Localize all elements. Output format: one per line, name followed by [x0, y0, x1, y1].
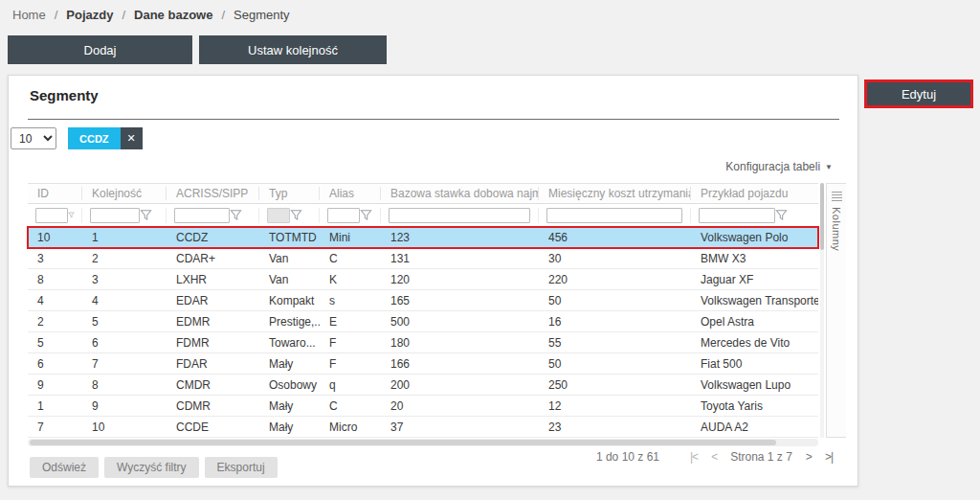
- refresh-button[interactable]: Odśwież: [30, 457, 99, 478]
- page-size-select[interactable]: 10: [11, 127, 56, 149]
- table-config-link[interactable]: Konfiguracja tabeli ▼: [725, 160, 833, 173]
- next-page-icon[interactable]: >: [806, 450, 812, 464]
- table-body: 101CCDZTOTMTDMini123456Volkswagen Polo32…: [28, 227, 818, 438]
- table-cell: s: [320, 294, 381, 307]
- filter-funnel-icon[interactable]: [230, 209, 242, 221]
- filter-input[interactable]: [174, 208, 230, 223]
- table-cell: CDAR+: [167, 252, 259, 265]
- table-cell: F: [320, 336, 381, 350]
- table-cell: Opel Astra: [691, 315, 818, 329]
- add-button[interactable]: Dodaj: [8, 35, 192, 64]
- table-cell: 3: [28, 252, 82, 265]
- column-header[interactable]: ID: [28, 187, 82, 200]
- breadcrumb: Home / Pojazdy / Dane bazowe / Segmenty: [12, 8, 290, 22]
- table-cell: 200: [381, 378, 539, 392]
- filter-input[interactable]: [327, 208, 360, 223]
- columns-tab-label: Kolumny: [831, 207, 842, 251]
- table-cell: Van: [259, 252, 320, 265]
- table-cell: CMDR: [167, 378, 259, 392]
- vertical-scrollbar[interactable]: [820, 183, 824, 438]
- pagination: 1 do 10 z 61 |< < Strona 1 z 7 > >|: [596, 450, 833, 464]
- previous-page-icon[interactable]: <: [711, 450, 717, 464]
- horizontal-scrollbar[interactable]: [28, 439, 818, 446]
- table-cell: 1: [28, 399, 82, 413]
- columns-side-tab[interactable]: Kolumny: [826, 183, 846, 438]
- filter-input[interactable]: [267, 208, 290, 223]
- table-cell: FDMR: [167, 336, 259, 350]
- table-cell: Van: [259, 273, 320, 286]
- table-cell: q: [320, 378, 381, 392]
- table-row[interactable]: 98CMDROsobowyq200250Volkswagen Lupo: [28, 375, 818, 396]
- filter-input[interactable]: [389, 208, 530, 223]
- column-header[interactable]: ACRISS/SIPP: [167, 187, 259, 200]
- table-row[interactable]: 83LXHRVanK120220Jaguar XF: [28, 269, 818, 290]
- filter-cell: [167, 208, 259, 223]
- edit-button[interactable]: Edytuj: [864, 80, 973, 108]
- filter-funnel-icon[interactable]: [68, 209, 75, 221]
- table-cell: Volkswagen Lupo: [691, 378, 818, 392]
- first-page-icon[interactable]: |<: [690, 450, 698, 464]
- filter-funnel-icon[interactable]: [530, 209, 531, 221]
- vertical-scrollbar-thumb[interactable]: [820, 183, 824, 250]
- table-cell: 250: [539, 378, 691, 392]
- table-cell: 23: [539, 420, 691, 434]
- table-cell: F: [320, 357, 381, 371]
- pagination-range-text: 1 do 10 z 61: [596, 450, 659, 464]
- column-header[interactable]: Miesięczny koszt utrzymania: [539, 187, 691, 200]
- remove-filter-icon[interactable]: ✕: [121, 127, 143, 149]
- filter-cell: [691, 208, 818, 223]
- column-header[interactable]: Przykład pojazdu: [691, 187, 818, 200]
- pagination-page-text: Strona 1 z 7: [730, 450, 792, 464]
- filter-funnel-icon[interactable]: [775, 209, 788, 221]
- table-cell: 166: [381, 357, 539, 371]
- table-row[interactable]: 67FDARMałyF16650Fiat 500: [28, 353, 818, 375]
- filter-funnel-icon[interactable]: [360, 209, 372, 221]
- table-config-label: Konfiguracja tabeli: [725, 160, 820, 173]
- filter-input[interactable]: [35, 208, 68, 223]
- clear-filters-button[interactable]: Wyczyść filtry: [104, 457, 199, 478]
- table-row-selected[interactable]: 101CCDZTOTMTDMini123456Volkswagen Polo: [28, 227, 818, 248]
- table-cell: 4: [28, 294, 82, 307]
- column-header[interactable]: Alias: [320, 187, 381, 200]
- filter-input[interactable]: [546, 208, 682, 223]
- column-header[interactable]: Typ: [259, 187, 320, 200]
- filter-funnel-icon[interactable]: [290, 209, 302, 221]
- table-cell: CCDZ: [167, 231, 259, 244]
- table-row[interactable]: 19CDMRMałyC2012Toyota Yaris: [28, 396, 818, 417]
- filter-input[interactable]: [699, 208, 775, 223]
- column-header[interactable]: Kolejność: [82, 187, 167, 200]
- table-cell: AUDA A2: [691, 420, 818, 434]
- table-cell: TOTMTD: [259, 231, 320, 244]
- table-cell: 4: [82, 294, 167, 307]
- table-cell: 5: [28, 336, 82, 350]
- filter-funnel-icon[interactable]: [140, 209, 152, 221]
- export-button[interactable]: Eksportuj: [205, 457, 278, 478]
- breadcrumb-dane-bazowe[interactable]: Dane bazowe: [134, 8, 212, 22]
- active-filter-chip: CCDZ ✕: [68, 127, 143, 149]
- table-cell: 8: [82, 378, 167, 392]
- set-order-button[interactable]: Ustaw kolejność: [199, 35, 387, 64]
- table-row[interactable]: 710CCDEMałyMicro3723AUDA A2: [28, 417, 818, 438]
- breadcrumb-home[interactable]: Home: [12, 8, 46, 22]
- table-cell: Toyota Yaris: [691, 399, 818, 413]
- table-cell: 20: [381, 399, 539, 413]
- filter-input[interactable]: [90, 208, 140, 223]
- table-row[interactable]: 56FDMRTowaro...F18055Mercedes de Vito: [28, 332, 818, 353]
- breadcrumb-pojazdy[interactable]: Pojazdy: [66, 8, 113, 22]
- horizontal-scrollbar-thumb[interactable]: [30, 440, 776, 445]
- table-row[interactable]: 25EDMRPrestige,...E50016Opel Astra: [28, 311, 818, 332]
- table-row[interactable]: 32CDAR+VanC13130BMW X3: [28, 248, 818, 269]
- table-cell: FDAR: [167, 357, 259, 371]
- column-header[interactable]: Bazowa stawka dobowa najmu: [381, 187, 539, 200]
- segments-table: IDKolejnośćACRISS/SIPPTypAliasBazowa sta…: [28, 183, 818, 438]
- filter-funnel-icon[interactable]: [682, 209, 683, 221]
- filter-cell: [320, 208, 381, 223]
- table-cell: EDMR: [167, 315, 259, 329]
- table-cell: 165: [381, 294, 539, 307]
- table-row[interactable]: 44EDARKompakts16550Volkswagen Transporte…: [28, 290, 818, 311]
- table-cell: E: [320, 315, 381, 329]
- table-cell: 50: [539, 357, 691, 371]
- table-cell: 1: [82, 231, 167, 244]
- last-page-icon[interactable]: >|: [825, 450, 833, 464]
- table-cell: LXHR: [167, 273, 259, 286]
